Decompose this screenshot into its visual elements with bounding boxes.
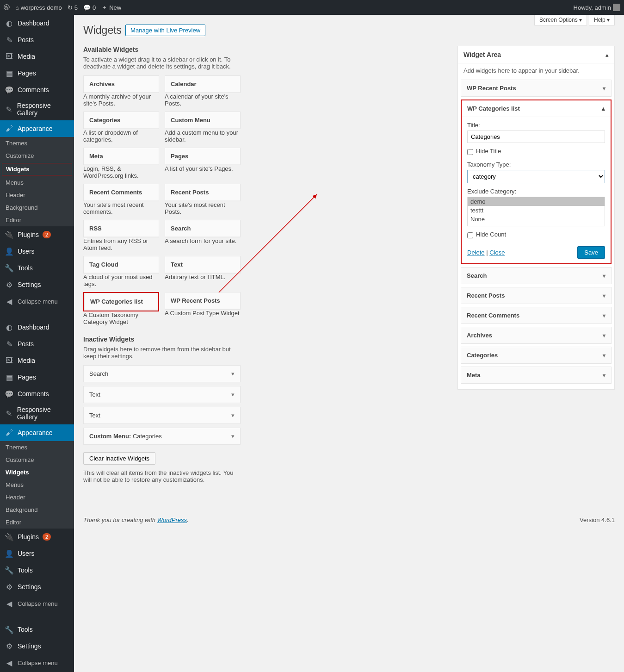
submenu-editor[interactable]: Editor [0, 214, 74, 226]
collapse-menu[interactable]: ◀Collapse menu [0, 595, 74, 612]
menu-settings[interactable]: ⚙Settings [0, 579, 74, 595]
howdy-link[interactable]: Howdy, admin [574, 4, 620, 11]
submenu-header[interactable]: Header [0, 189, 74, 201]
exclude-option[interactable]: demo [468, 197, 605, 206]
available-widget[interactable]: Recent Comments [83, 184, 159, 201]
inactive-widget[interactable]: Text▾ [83, 386, 241, 403]
avatar-icon [613, 4, 620, 11]
menu-gallery[interactable]: ✎Responsive Gallery [0, 402, 74, 424]
available-widget[interactable]: Meta [83, 148, 159, 165]
exclude-option[interactable]: testtt [468, 206, 605, 215]
submenu-customize[interactable]: Customize [0, 454, 74, 466]
collapse-menu[interactable]: ◀Collapse menu [0, 654, 74, 671]
submenu-editor[interactable]: Editor [0, 516, 74, 529]
version-label: Version 4.6.1 [580, 516, 615, 523]
site-link[interactable]: ⌂ worpress demo [15, 4, 62, 11]
menu-dashboard[interactable]: ◐Dashboard [0, 15, 74, 31]
title-input[interactable] [467, 131, 605, 143]
menu-plugins[interactable]: 🔌Plugins 2 [0, 529, 74, 545]
plugins-badge: 2 [43, 231, 51, 238]
menu-gallery[interactable]: ✎Responsive Gallery [0, 98, 74, 120]
submenu-themes[interactable]: Themes [0, 137, 74, 149]
menu-media[interactable]: 🖾Media [0, 48, 74, 65]
submenu-background[interactable]: Background [0, 201, 74, 214]
menu-appearance[interactable]: 🖌Appearance [0, 424, 74, 441]
available-widget[interactable]: Archives [83, 75, 159, 93]
available-widget[interactable]: Calendar [165, 75, 241, 93]
available-widget[interactable]: Tag Cloud [83, 256, 159, 274]
menu-dashboard[interactable]: ◐Dashboard [0, 319, 74, 336]
available-widget[interactable]: Custom Menu [165, 112, 241, 129]
submenu-customize[interactable]: Customize [0, 149, 74, 162]
widget-title: Pages [165, 148, 240, 165]
menu-media[interactable]: 🖾Media [0, 352, 74, 369]
menu-users[interactable]: 👤Users [0, 243, 74, 260]
save-button[interactable]: Save [577, 246, 605, 259]
close-link[interactable]: Close [489, 249, 505, 256]
wordpress-link[interactable]: WordPress [157, 516, 187, 523]
collapse-icon: ▴ [602, 105, 605, 112]
submenu-themes[interactable]: Themes [0, 441, 74, 454]
available-widget[interactable]: Recent Posts [165, 184, 241, 201]
hide-title-checkbox[interactable] [467, 149, 473, 155]
exclude-category-select[interactable]: demotestttNone [467, 197, 605, 226]
collapse-menu[interactable]: ◀Collapse menu [0, 293, 74, 310]
widget-row[interactable]: Meta▾ [461, 367, 611, 383]
menu-tools[interactable]: 🔧Tools [0, 562, 74, 579]
taxonomy-select[interactable]: category [467, 170, 605, 183]
menu-comments[interactable]: 💬Comments [0, 81, 74, 98]
available-widget[interactable]: Categories [83, 112, 159, 129]
chevron-down-icon: ▾ [603, 85, 605, 92]
widget-row[interactable]: Categories▾ [461, 347, 611, 363]
menu-settings[interactable]: ⚙Settings [0, 638, 74, 654]
submenu-background[interactable]: Background [0, 504, 74, 516]
menu-tools[interactable]: 🔧Tools [0, 260, 74, 276]
available-widget[interactable]: WP Recent Posts [165, 292, 241, 310]
widget-row[interactable]: Archives▾ [461, 327, 611, 343]
submenu-widgets[interactable]: Widgets [2, 163, 72, 175]
widget-open-header[interactable]: WP Categories list ▴ [462, 100, 611, 117]
menu-tools[interactable]: 🔧Tools [0, 621, 74, 638]
menu-pages[interactable]: ▤Pages [0, 65, 74, 81]
help-tab[interactable]: Help ▾ [589, 15, 615, 25]
clear-inactive-button[interactable]: Clear Inactive Widgets [83, 452, 155, 465]
exclude-option[interactable]: None [468, 215, 605, 224]
menu-users[interactable]: 👤Users [0, 545, 74, 562]
menu-appearance[interactable]: 🖌Appearance [0, 120, 74, 137]
delete-link[interactable]: Delete [467, 249, 485, 256]
available-widget[interactable]: Pages [165, 148, 241, 165]
menu-plugins[interactable]: 🔌Plugins 2 [0, 226, 74, 243]
available-widget[interactable]: Search [165, 220, 241, 237]
widget-title: Recent Comments [84, 184, 159, 201]
available-widget[interactable]: Text [165, 256, 241, 274]
comments-link[interactable]: 💬 0 [83, 4, 96, 11]
menu-pages[interactable]: ▤Pages [0, 369, 74, 386]
menu-posts[interactable]: ✎Posts [0, 336, 74, 352]
widget-row[interactable]: Search▾ [461, 268, 611, 284]
submenu-widgets[interactable]: Widgets [0, 466, 74, 479]
menu-settings[interactable]: ⚙Settings [0, 276, 74, 293]
widget-desc: Add a custom menu to your sidebar. [165, 129, 241, 143]
submenu-header[interactable]: Header [0, 491, 74, 504]
submenu-menus[interactable]: Menus [0, 479, 74, 491]
manage-live-preview-button[interactable]: Manage with Live Preview [125, 25, 205, 36]
menu-comments[interactable]: 💬Comments [0, 386, 74, 402]
updates-link[interactable]: ↻ 5 [68, 4, 78, 11]
menu-posts[interactable]: ✎Posts [0, 31, 74, 48]
inactive-widget[interactable]: Search▾ [83, 365, 241, 382]
available-widget[interactable]: RSS [83, 220, 159, 237]
available-widget[interactable]: WP Categories list [84, 293, 158, 311]
screen-options-tab[interactable]: Screen Options ▾ [534, 15, 587, 25]
new-link[interactable]: ＋ New [101, 3, 121, 12]
inactive-widget[interactable]: Text▾ [83, 407, 241, 424]
chevron-down-icon: ▾ [231, 391, 235, 398]
widget-area-header[interactable]: Widget Area ▴ [458, 46, 614, 63]
widget-row[interactable]: Recent Comments▾ [461, 307, 611, 324]
inactive-widget[interactable]: Custom Menu: Categories▾ [83, 428, 241, 445]
hide-count-checkbox[interactable] [467, 232, 473, 238]
widget-desc: A monthly archive of your site's Posts. [83, 93, 159, 107]
submenu-menus[interactable]: Menus [0, 176, 74, 189]
widget-row[interactable]: Recent Posts▾ [461, 287, 611, 304]
widget-row[interactable]: WP Recent Posts▾ [461, 80, 611, 96]
wp-logo-icon[interactable]: ⓦ [4, 3, 10, 12]
